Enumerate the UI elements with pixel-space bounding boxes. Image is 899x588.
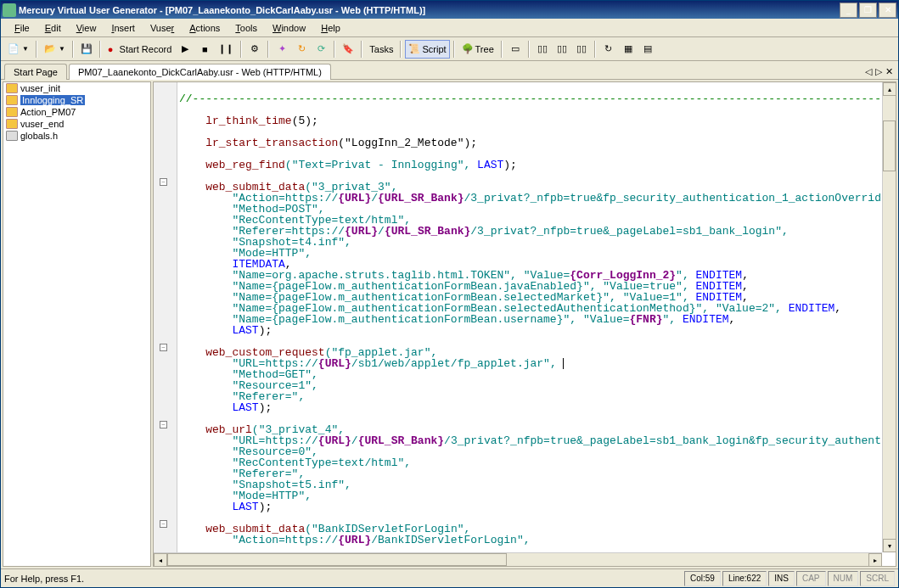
tree-view-button[interactable]: 🌳 Tree [458, 40, 497, 59]
tree-action-pm07[interactable]: Action_PM07 [3, 106, 150, 118]
menu-actions[interactable]: Actions [183, 21, 227, 35]
stop-button[interactable]: ■ [195, 40, 214, 59]
tab-prev-icon[interactable]: ◁ [865, 66, 872, 77]
horizontal-scrollbar[interactable]: ◂ ▸ [154, 552, 882, 566]
menu-edit[interactable]: Edit [38, 21, 68, 35]
fold-icon[interactable]: − [160, 520, 167, 528]
header-icon [6, 131, 18, 141]
scroll-right-button[interactable]: ▸ [868, 553, 882, 567]
scroll-thumb[interactable] [883, 120, 896, 171]
status-bar: For Help, press F1. Col:59 Line:622 INS … [1, 568, 898, 587]
status-help: For Help, press F1. [4, 574, 84, 584]
status-scrl: SCRL [860, 571, 895, 586]
menu-vuser[interactable]: Vuser [143, 21, 181, 35]
play-button[interactable]: ▶ [176, 40, 194, 59]
toolbar: 📄▼ 📂▼ 💾 ● Start Record ▶ ■ ❙❙ ⚙ ✦ ↻ ⟳ 🔖 … [1, 37, 898, 61]
tree-globals[interactable]: globals.h [3, 130, 150, 142]
tool3-button[interactable]: ⟳ [312, 40, 330, 59]
document-tabs: Start Page PM07_Laanekonto_DickCarlAaby.… [1, 61, 898, 80]
script-icon [6, 95, 18, 105]
fold-icon[interactable]: − [160, 421, 167, 428]
action-tree[interactable]: vuser_init Innlogging_SR Action_PM07 vus… [3, 81, 151, 567]
new-button[interactable]: 📄▼ [4, 40, 32, 59]
open-button[interactable]: 📂▼ [41, 40, 69, 59]
gutter: − − − − [154, 82, 177, 552]
save-button[interactable]: 💾 [77, 40, 96, 59]
tasks-button[interactable]: Tasks [366, 40, 396, 59]
text-cursor [563, 358, 564, 369]
menu-insert[interactable]: Insert [104, 21, 142, 35]
status-col: Col:59 [684, 571, 721, 586]
tree-vuser-init[interactable]: vuser_init [3, 82, 150, 94]
app-icon [3, 3, 16, 17]
script-view-button[interactable]: 📜 Script [405, 40, 449, 59]
menu-help[interactable]: Help [314, 21, 347, 35]
tab-start-page[interactable]: Start Page [4, 64, 67, 80]
menu-window[interactable]: Window [266, 21, 312, 35]
grid-button[interactable]: ▦ [619, 40, 638, 59]
script-icon [6, 83, 18, 93]
tab-close-icon[interactable]: ✕ [885, 66, 893, 77]
close-button[interactable]: ✕ [879, 3, 896, 18]
tab-document[interactable]: PM07_Laanekonto_DickCarlAaby.usr - Web (… [69, 64, 331, 80]
menu-bar: File Edit View Insert Vuser Actions Tool… [1, 19, 898, 37]
status-line: Line:622 [722, 571, 767, 586]
script-icon [6, 119, 18, 129]
scroll-thumb[interactable] [167, 553, 507, 566]
pause-button[interactable]: ❙❙ [215, 40, 237, 59]
fold-icon[interactable]: − [160, 344, 167, 351]
win2-button[interactable]: ▯▯ [533, 40, 552, 59]
win4-button[interactable]: ▯▯ [572, 40, 591, 59]
fold-icon[interactable]: − [160, 178, 167, 186]
titlebar: Mercury Virtual User Generator - [PM07_L… [1, 1, 898, 19]
scroll-left-button[interactable]: ◂ [154, 553, 167, 567]
minimize-button[interactable]: _ [840, 3, 857, 18]
tab-next-icon[interactable]: ▷ [875, 66, 882, 77]
vertical-scrollbar[interactable]: ▴ ▾ [882, 82, 896, 552]
status-ins: INS [768, 571, 795, 586]
maximize-button[interactable]: ❐ [859, 3, 877, 18]
tool1-button[interactable]: ✦ [273, 40, 291, 59]
menu-view[interactable]: View [70, 21, 104, 35]
script-icon [6, 107, 18, 117]
list-button[interactable]: ▤ [638, 40, 657, 59]
code-content[interactable]: //--------------------------------------… [177, 82, 882, 552]
scroll-down-button[interactable]: ▾ [883, 539, 896, 552]
code-editor[interactable]: − − − − //------------------------------… [153, 81, 896, 567]
status-cap: CAP [796, 571, 826, 586]
menu-file[interactable]: File [8, 21, 37, 35]
win1-button[interactable]: ▭ [506, 40, 525, 59]
tree-innlogging-sr[interactable]: Innlogging_SR [3, 94, 150, 106]
win3-button[interactable]: ▯▯ [553, 40, 571, 59]
window-title: Mercury Virtual User Generator - [PM07_L… [19, 5, 840, 15]
menu-tools[interactable]: Tools [228, 21, 264, 35]
tool4-button[interactable]: 🔖 [339, 40, 357, 59]
refresh-button[interactable]: ↻ [599, 40, 618, 59]
scroll-up-button[interactable]: ▴ [883, 82, 896, 96]
status-num: NUM [828, 571, 859, 586]
record-button[interactable]: ● Start Record [104, 40, 175, 59]
tree-vuser-end[interactable]: vuser_end [3, 118, 150, 130]
tool2-button[interactable]: ↻ [292, 40, 311, 59]
settings-button[interactable]: ⚙ [245, 40, 264, 59]
